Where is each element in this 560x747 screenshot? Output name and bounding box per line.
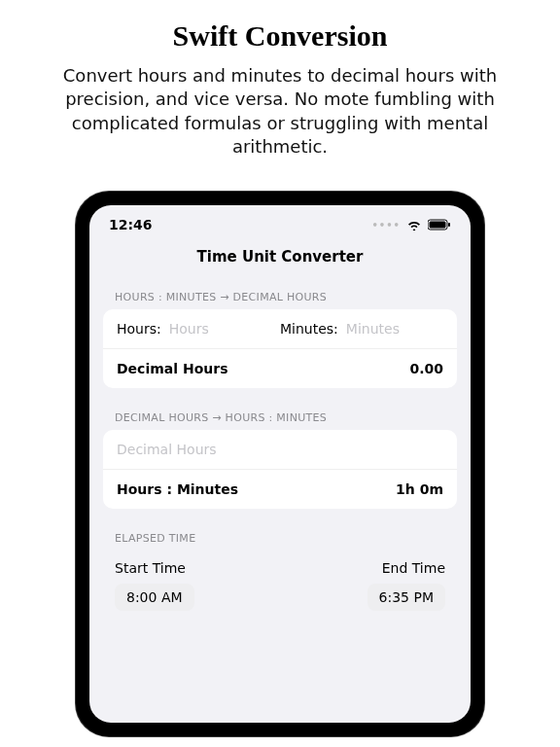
battery-icon bbox=[428, 219, 451, 231]
section2-header: DECIMAL HOURS → HOURS : MINUTES bbox=[89, 402, 471, 430]
hours-input[interactable]: Hours bbox=[169, 321, 209, 337]
section2-card: Decimal Hours Hours : Minutes 1h 0m bbox=[103, 430, 457, 509]
decimal-hours-label: Decimal Hours bbox=[117, 361, 228, 376]
decimal-hours-value: 0.00 bbox=[409, 361, 443, 376]
minutes-label: Minutes: bbox=[280, 321, 338, 337]
hours-label: Hours: bbox=[117, 321, 161, 337]
decimal-hours-input[interactable]: Decimal Hours bbox=[117, 442, 217, 457]
wifi-icon bbox=[406, 219, 422, 231]
section1-card: Hours: Hours Minutes: Minutes Decimal Ho… bbox=[103, 309, 457, 388]
start-time-label: Start Time bbox=[115, 560, 194, 576]
svg-rect-1 bbox=[430, 222, 446, 229]
end-time-label: End Time bbox=[382, 560, 445, 576]
marketing-subtitle: Convert hours and minutes to decimal hou… bbox=[29, 64, 531, 159]
device-frame: 12:46 •••• Time Unit Converter HOURS : M… bbox=[76, 192, 484, 736]
start-time-picker[interactable]: 8:00 AM bbox=[115, 584, 194, 611]
marketing-title: Swift Conversion bbox=[29, 19, 531, 53]
status-bar: 12:46 •••• bbox=[89, 205, 471, 238]
app-title: Time Unit Converter bbox=[89, 238, 471, 281]
svg-rect-2 bbox=[448, 223, 450, 227]
section3-header: ELAPSED TIME bbox=[89, 522, 471, 551]
end-time-picker[interactable]: 6:35 PM bbox=[368, 584, 445, 611]
status-time: 12:46 bbox=[109, 217, 153, 232]
hours-minutes-value: 1h 0m bbox=[396, 481, 443, 497]
section1-header: HOURS : MINUTES → DECIMAL HOURS bbox=[89, 281, 471, 309]
device-screen: 12:46 •••• Time Unit Converter HOURS : M… bbox=[89, 205, 471, 723]
hours-minutes-label: Hours : Minutes bbox=[117, 481, 238, 497]
cellular-icon: •••• bbox=[371, 220, 401, 231]
minutes-input[interactable]: Minutes bbox=[346, 321, 400, 337]
